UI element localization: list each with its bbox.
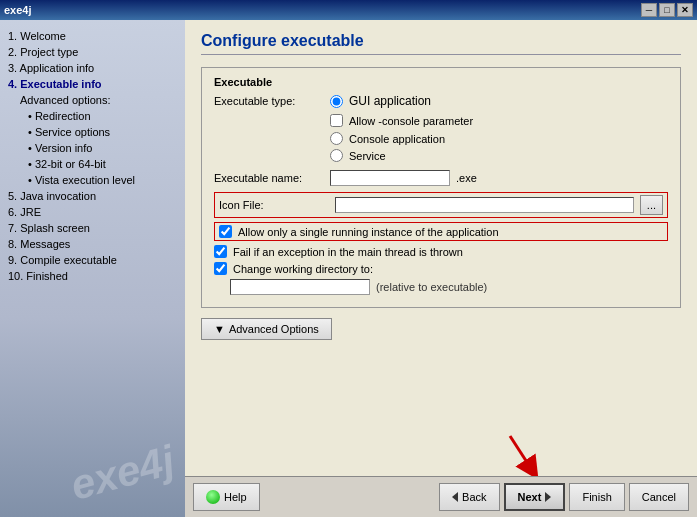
back-arrow-icon [452,492,458,502]
sidebar-item-compile[interactable]: 9. Compile executable [0,252,185,268]
browse-button[interactable]: ... [640,195,663,215]
bottom-bar: Help Back Next Finish [185,476,697,517]
help-button[interactable]: Help [193,483,260,511]
next-arrow-icon [545,492,551,502]
sidebar-item-java-invocation[interactable]: 5. Java invocation [0,188,185,204]
cancel-button[interactable]: Cancel [629,483,689,511]
radio-service-label: Service [349,150,386,162]
next-button[interactable]: Next [504,483,566,511]
radio-gui-label: GUI application [349,94,431,108]
icon-file-highlighted-row: Icon File: C:\Users\Administrator\Deskto… [214,192,668,218]
working-dir-checkbox-row: Change working directory to: [214,262,668,275]
exception-label: Fail if an exception in the main thread … [233,246,463,258]
advanced-options-button[interactable]: ▼ Advanced Options [201,318,332,340]
maximize-button[interactable]: □ [659,3,675,17]
allow-console-checkbox[interactable] [330,114,343,127]
content-inner: Configure executable Executable Executab… [185,20,697,476]
allow-console-row: Allow -console parameter [330,114,668,127]
back-button[interactable]: Back [439,483,499,511]
bottom-area: Help Back Next Finish [185,476,697,517]
console-app-row: Console application [330,132,668,145]
next-label: Next [518,491,542,503]
sidebar-item-vista-execution[interactable]: • Vista execution level [0,172,185,188]
exe-name-label: Executable name: [214,172,324,184]
single-instance-label: Allow only a single running instance of … [238,226,499,238]
executable-group-box: Executable Executable type: GUI applicat… [201,67,681,308]
cancel-label: Cancel [642,491,676,503]
sidebar-item-advanced-options-label: Advanced options: [0,92,185,108]
page-title: Configure executable [201,32,681,55]
radio-gui-application[interactable] [330,95,343,108]
minimize-button[interactable]: ─ [641,3,657,17]
executable-type-label: Executable type: [214,95,324,107]
relative-label: (relative to executable) [376,281,487,293]
icon-file-label: Icon File: [219,199,329,211]
help-icon [206,490,220,504]
finish-label: Finish [582,491,611,503]
group-box-title: Executable [214,76,668,88]
advanced-btn-prefix: ▼ [214,323,225,335]
sidebar-item-service-options[interactable]: • Service options [0,124,185,140]
sidebar-item-redirection[interactable]: • Redirection [0,108,185,124]
sidebar-watermark: exe4j [65,436,179,510]
content-area: Configure executable Executable Executab… [185,20,697,517]
radio-console-label: Console application [349,133,445,145]
back-label: Back [462,491,486,503]
icon-file-row: Icon File: C:\Users\Administrator\Deskto… [219,195,663,215]
sidebar-item-jre[interactable]: 6. JRE [0,204,185,220]
working-dir-input[interactable] [230,279,370,295]
bottom-left-buttons: Help [193,483,260,511]
sidebar-item-welcome[interactable]: 1. Welcome [0,28,185,44]
sidebar-item-finished[interactable]: 10. Finished [0,268,185,284]
titlebar: exe4j ─ □ ✕ [0,0,697,20]
service-row: Service [330,149,668,162]
single-instance-highlighted-row: Allow only a single running instance of … [214,222,668,241]
exception-row: Fail if an exception in the main thread … [214,245,668,258]
sidebar-item-32-64-bit[interactable]: • 32-bit or 64-bit [0,156,185,172]
main-container: 1. Welcome 2. Project type 3. Applicatio… [0,20,697,517]
sidebar-item-application-info[interactable]: 3. Application info [0,60,185,76]
exe-name-input[interactable]: test [330,170,450,186]
sidebar-item-splash-screen[interactable]: 7. Splash screen [0,220,185,236]
bottom-right-buttons: Back Next Finish Cancel [439,483,689,511]
exception-checkbox[interactable] [214,245,227,258]
sidebar-item-project-type[interactable]: 2. Project type [0,44,185,60]
working-dir-checkbox[interactable] [214,262,227,275]
executable-type-row: Executable type: GUI application [214,94,668,108]
help-label: Help [224,491,247,503]
single-instance-checkbox[interactable] [219,225,232,238]
titlebar-controls: ─ □ ✕ [641,3,693,17]
radio-console-application[interactable] [330,132,343,145]
allow-console-label: Allow -console parameter [349,115,473,127]
sidebar-item-executable-info[interactable]: 4. Executable info [0,76,185,92]
finish-button[interactable]: Finish [569,483,624,511]
close-button[interactable]: ✕ [677,3,693,17]
radio-service[interactable] [330,149,343,162]
sidebar-item-version-info[interactable]: • Version info [0,140,185,156]
single-instance-row: Allow only a single running instance of … [219,225,663,238]
advanced-btn-label: Advanced Options [229,323,319,335]
exe-name-row: Executable name: test .exe [214,170,668,186]
working-dir-input-row: (relative to executable) [230,279,668,295]
sidebar: 1. Welcome 2. Project type 3. Applicatio… [0,20,185,517]
titlebar-title: exe4j [4,4,32,16]
icon-file-input[interactable]: C:\Users\Administrator\Desktop\mmexport1… [335,197,634,213]
working-dir-label: Change working directory to: [233,263,373,275]
sidebar-item-messages[interactable]: 8. Messages [0,236,185,252]
exe-suffix: .exe [456,172,477,184]
